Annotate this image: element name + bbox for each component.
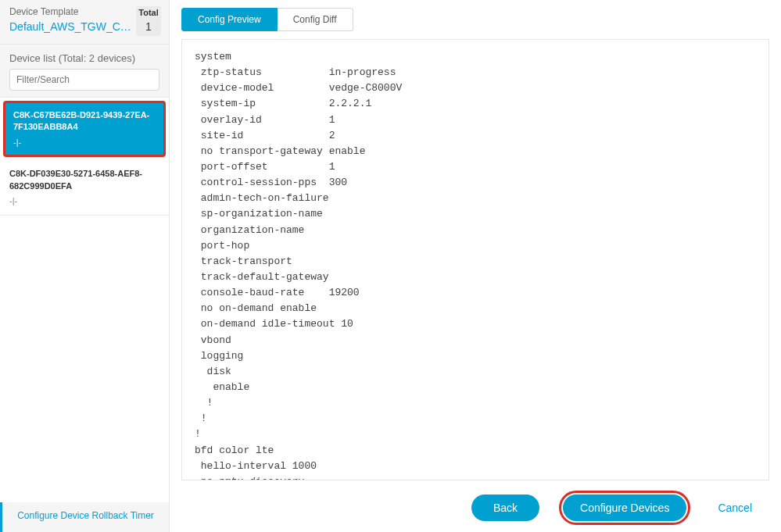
rollback-timer-link[interactable]: Configure Device Rollback Timer [0, 502, 169, 532]
device-list: C8K-C67BE62B-D921-9439-27EA-7F130EABB8A4… [0, 97, 169, 502]
total-value: 1 [136, 20, 161, 33]
sidebar: Device Template Default_AWS_TGW_C8... To… [0, 0, 170, 532]
cancel-button[interactable]: Cancel [710, 495, 760, 521]
config-text: system ztp-status in-progress device-mod… [195, 49, 756, 480]
device-id: C8K-C67BE62B-D921-9439-27EA-7F130EABB8A4 [13, 109, 156, 134]
search-input[interactable] [9, 69, 159, 91]
tab-config-preview[interactable]: Config Preview [181, 8, 278, 31]
device-list-label: Device list (Total: 2 devices) [0, 45, 169, 69]
template-label: Device Template [9, 6, 136, 17]
footer-actions: Back Configure Devices Cancel [181, 480, 769, 532]
device-sub: -|- [9, 195, 159, 207]
back-button[interactable]: Back [471, 495, 539, 521]
device-item[interactable]: C8K-DF039E30-5271-6458-AEF8-682C999D0EFA… [0, 160, 169, 216]
config-tabs: Config Preview Config Diff [181, 0, 769, 31]
tab-config-diff[interactable]: Config Diff [278, 8, 353, 31]
configure-devices-button[interactable]: Configure Devices [563, 495, 686, 521]
main-panel: Config Preview Config Diff system ztp-st… [170, 0, 781, 532]
config-preview-box[interactable]: system ztp-status in-progress device-mod… [181, 39, 769, 480]
sidebar-header: Device Template Default_AWS_TGW_C8... To… [0, 0, 169, 45]
device-item-selected[interactable]: C8K-C67BE62B-D921-9439-27EA-7F130EABB8A4… [3, 101, 166, 157]
total-box: Total 1 [136, 6, 161, 36]
device-id: C8K-DF039E30-5271-6458-AEF8-682C999D0EFA [9, 168, 159, 192]
device-sub: -|- [13, 137, 156, 148]
template-name[interactable]: Default_AWS_TGW_C8... [9, 20, 134, 33]
total-label: Total [136, 8, 161, 17]
